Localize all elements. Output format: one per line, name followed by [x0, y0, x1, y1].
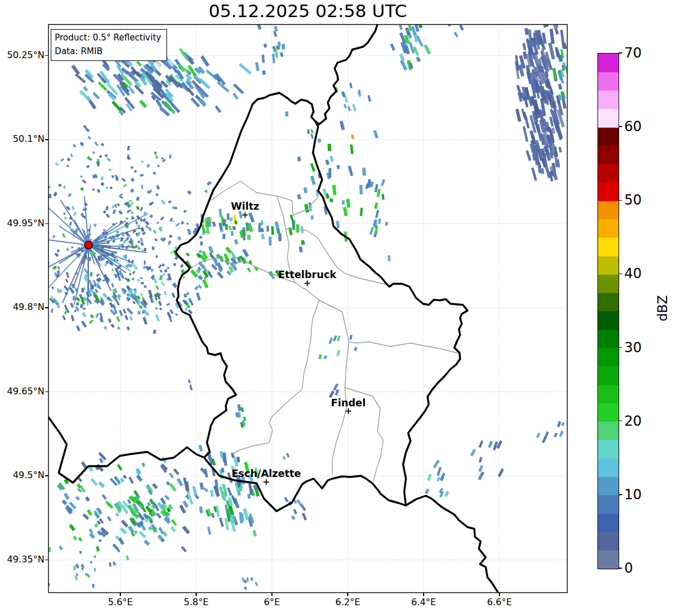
echo-pixel: [115, 299, 120, 305]
echo-pixel: [73, 536, 77, 540]
colorbar-segment: [598, 403, 619, 422]
echo-pixel: [255, 62, 259, 71]
echo-pixel: [119, 210, 123, 215]
echo-pixel: [145, 225, 149, 229]
echo-pixel: [106, 214, 110, 218]
echo-pixel: [75, 229, 78, 233]
echo-pixel: [41, 323, 44, 325]
echo-pixel: [390, 43, 395, 51]
echo-pixel: [70, 593, 72, 596]
echo-pixel: [80, 175, 83, 178]
echo-pixel: [161, 157, 164, 160]
echo-pixel: [297, 156, 301, 161]
echo-pixel: [201, 225, 206, 234]
echo-pixel: [125, 218, 128, 219]
echo-pixel: [300, 226, 304, 233]
echo-pixel: [32, 281, 35, 285]
y-tick-label: 49.8°N: [0, 301, 44, 312]
echo-pixel: [354, 347, 357, 351]
echo-pixel: [369, 227, 374, 235]
echo-pixel: [143, 266, 146, 269]
echo-pixel: [141, 185, 143, 189]
echo-pixel: [160, 217, 164, 221]
colorbar-segment: [598, 256, 619, 275]
echo-pixel: [400, 59, 407, 70]
echo-pixel: [167, 267, 170, 269]
echo-pixel: [168, 240, 171, 245]
echo-pixel: [144, 248, 147, 251]
echo-pixel: [125, 246, 128, 249]
echo-pixel: [139, 531, 146, 539]
echo-pixel: [242, 577, 245, 582]
echo-pixel: [137, 311, 141, 315]
echo-pixel: [99, 258, 100, 262]
echo-pixel: [79, 90, 91, 101]
echo-pixel: [186, 252, 190, 256]
echo-pixel: [378, 218, 381, 223]
echo-pixel: [121, 178, 126, 182]
echo-pixel: [57, 271, 60, 274]
echo-pixel: [145, 221, 149, 226]
echo-pixel: [515, 109, 521, 122]
echo-pixel: [217, 272, 223, 279]
echo-pixel: [182, 276, 185, 279]
echo-pixel: [177, 236, 182, 240]
echo-pixel: [123, 184, 127, 187]
echo-pixel: [351, 134, 354, 139]
echo-pixel: [117, 203, 120, 206]
product-line: Product: 0.5° Reflectivity: [55, 31, 161, 44]
echo-pixel: [156, 193, 158, 196]
echo-pixel: [47, 261, 50, 266]
colorbar-tick-mark: [619, 52, 622, 54]
echo-pixel: [127, 146, 130, 150]
echo-pixel: [65, 279, 68, 283]
y-tick-mark: [45, 139, 48, 140]
echo-pixel: [531, 168, 537, 181]
echo-pixel: [319, 354, 322, 360]
echo-pixel: [80, 187, 84, 191]
echo-pixel: [75, 496, 80, 500]
echo-pixel: [96, 283, 101, 290]
echo-pixel: [470, 449, 476, 456]
echo-pixel: [522, 112, 527, 120]
y-tick-mark: [45, 55, 48, 56]
echo-pixel: [136, 61, 142, 67]
echo-pixel: [153, 172, 156, 175]
echo-pixel: [157, 165, 160, 167]
echo-pixel: [94, 141, 99, 146]
echo-pixel: [154, 238, 158, 242]
colorbar-segment: [598, 72, 619, 91]
colorbar-unit-label: dBZ: [655, 288, 670, 328]
echo-pixel: [152, 247, 154, 250]
echo-pixel: [76, 302, 79, 305]
echo-pixel: [284, 497, 288, 503]
echo-pixel: [198, 275, 203, 280]
echo-pixel: [136, 206, 140, 210]
echo-pixel: [350, 144, 353, 154]
echo-pixel: [140, 242, 144, 246]
echo-pixel: [30, 500, 38, 509]
echo-pixel: [300, 240, 305, 245]
colorbar-tick-label: 0: [624, 560, 633, 577]
echo-pixel: [119, 244, 121, 247]
echo-pixel: [554, 433, 558, 438]
colorbar-tick-label: 30: [624, 339, 642, 356]
echo-pixel: [153, 329, 156, 334]
echo-pixel: [161, 282, 165, 286]
echo-pixel: [62, 315, 66, 320]
radar-figure: WiltzEttelbruckFindelEsch/Alzette 05.12.…: [0, 0, 675, 616]
echo-pixel: [98, 482, 105, 488]
figure-title: 05.12.2025 02:58 UTC: [48, 1, 567, 21]
city-label: Ettelbruck: [278, 269, 337, 280]
echo-pixel: [282, 44, 285, 50]
echo-pixel: [544, 431, 549, 439]
echo-pixel: [288, 227, 292, 235]
echo-pixel: [106, 186, 108, 189]
echo-pixel: [83, 308, 85, 310]
echo-pixel: [261, 234, 265, 239]
echo-pixel: [130, 211, 133, 214]
echo-pixel: [172, 292, 176, 298]
echo-pixel: [540, 168, 544, 174]
echo-pixel: [273, 31, 277, 37]
data-source-line: Data: RMIB: [55, 44, 161, 58]
